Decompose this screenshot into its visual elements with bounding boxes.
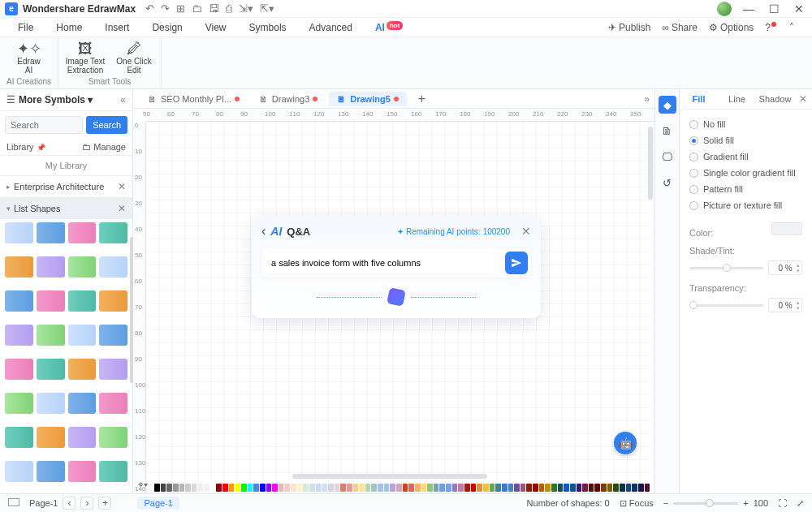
fill-pattern-option[interactable]: Pattern fill [689, 181, 802, 197]
color-swatch[interactable] [545, 484, 551, 492]
save-icon[interactable]: 🖫 [209, 2, 219, 15]
shape-thumbnail[interactable] [5, 427, 33, 448]
publish-button[interactable]: ✈ Publish [608, 22, 650, 33]
color-swatch[interactable] [502, 484, 508, 492]
shape-thumbnail[interactable] [37, 461, 65, 482]
ai-points[interactable]: ✦ Remaining AI points: 100200 [397, 227, 510, 236]
color-swatch[interactable] [477, 484, 482, 492]
color-swatch[interactable] [564, 484, 569, 492]
rail-style-icon[interactable]: ◆ [659, 96, 676, 114]
shape-thumbnail[interactable] [99, 325, 127, 346]
canvas-horizontal-scrollbar[interactable] [292, 474, 487, 479]
color-swatch[interactable] [248, 484, 253, 492]
color-swatch[interactable] [222, 484, 228, 492]
color-swatch[interactable] [446, 484, 451, 492]
shape-thumbnail[interactable] [37, 427, 65, 448]
color-swatch[interactable] [408, 484, 414, 492]
color-swatch[interactable] [471, 484, 477, 492]
color-swatch[interactable] [229, 484, 235, 492]
expand-tabs-icon[interactable]: » [644, 93, 650, 105]
color-swatch[interactable] [464, 484, 470, 492]
fill-solid-option[interactable]: Solid fill [689, 132, 802, 148]
collapse-left-panel-icon[interactable]: « [120, 94, 126, 105]
shape-thumbnail[interactable] [5, 393, 33, 414]
color-swatch[interactable] [558, 484, 564, 492]
color-swatch[interactable] [589, 484, 594, 492]
color-swatch[interactable] [526, 484, 532, 492]
color-swatch[interactable] [607, 484, 613, 492]
color-swatch[interactable] [632, 484, 637, 492]
add-tab-button[interactable]: + [410, 89, 434, 109]
color-swatch[interactable] [272, 484, 278, 492]
color-swatch[interactable] [173, 484, 179, 492]
color-swatch[interactable] [520, 484, 526, 492]
color-swatch[interactable] [403, 484, 408, 492]
color-swatch[interactable] [279, 484, 284, 492]
tab-seo-monthly[interactable]: 🗎SEO Monthly Pl... [140, 92, 248, 106]
help-button[interactable]: ? [765, 22, 778, 33]
send-button[interactable] [505, 252, 528, 274]
shape-thumbnail[interactable] [5, 256, 33, 278]
color-swatch[interactable] [309, 484, 315, 492]
color-swatch[interactable] [235, 484, 240, 492]
shape-thumbnail[interactable] [37, 325, 65, 346]
color-swatch[interactable] [490, 484, 495, 492]
rail-history-icon[interactable]: ↺ [659, 174, 676, 191]
zoom-slider[interactable] [673, 502, 738, 505]
shape-thumbnail[interactable] [99, 256, 127, 278]
fill-single-gradient-option[interactable]: Single color gradient fill [689, 165, 802, 181]
rail-presentation-icon[interactable]: 🖵 [659, 148, 676, 166]
color-swatch[interactable] [613, 484, 619, 492]
edraw-ai-button[interactable]: ✦✧ Edraw AI [9, 41, 50, 75]
color-swatch[interactable] [340, 484, 346, 492]
color-swatch[interactable] [427, 484, 433, 492]
color-swatch[interactable] [303, 484, 309, 492]
color-swatch[interactable] [421, 484, 427, 492]
menu-view[interactable]: View [205, 22, 227, 33]
color-swatch[interactable] [601, 484, 607, 492]
shape-thumbnail[interactable] [5, 359, 33, 380]
page-indicator[interactable]: Page-1 [29, 498, 58, 508]
collapse-ribbon-icon[interactable]: ˄ [789, 22, 794, 33]
ai-prompt-input[interactable] [265, 252, 505, 274]
color-swatch[interactable] [322, 484, 327, 492]
symbol-search-button[interactable]: Search [86, 116, 127, 134]
fullscreen-button[interactable]: ⤢ [797, 498, 804, 509]
zoom-value[interactable]: 100 [754, 498, 768, 508]
shade-slider[interactable] [689, 267, 763, 269]
color-swatch[interactable] [353, 484, 359, 492]
tab-drawing3[interactable]: 🗎Drawing3 [251, 92, 326, 106]
color-swatch[interactable] [458, 484, 464, 492]
shape-thumbnail[interactable] [99, 461, 127, 482]
color-swatch[interactable] [620, 484, 625, 492]
fit-page-button[interactable]: ⛶ [778, 498, 787, 508]
menu-ai[interactable]: AIhot [375, 22, 403, 33]
close-dialog-icon[interactable]: ✕ [521, 225, 531, 238]
close-category-icon[interactable]: ✕ [118, 181, 126, 192]
shape-thumbnail[interactable] [68, 461, 97, 482]
color-swatch[interactable] [638, 484, 644, 492]
library-label[interactable]: Library [6, 142, 45, 152]
color-swatch[interactable] [316, 484, 322, 492]
color-swatch[interactable] [210, 484, 216, 492]
color-swatch[interactable] [645, 484, 650, 492]
color-swatch[interactable] [297, 484, 303, 492]
color-swatch[interactable] [216, 484, 222, 492]
color-swatch[interactable] [241, 484, 247, 492]
color-swatch[interactable] [347, 484, 352, 492]
color-swatch[interactable] [582, 484, 588, 492]
manage-library-button[interactable]: 🗀 Manage [82, 142, 126, 152]
transparency-value[interactable]: 0 %▴▾ [768, 298, 802, 312]
menu-home[interactable]: Home [56, 22, 82, 33]
tab-drawing5[interactable]: 🗎Drawing5 [329, 92, 407, 106]
shape-thumbnail[interactable] [68, 325, 97, 346]
color-swatch[interactable] [365, 484, 371, 492]
transparency-slider[interactable] [689, 304, 763, 307]
color-swatch[interactable] [185, 484, 191, 492]
zoom-out-button[interactable]: − [663, 498, 668, 508]
shape-thumbnail[interactable] [37, 290, 65, 312]
back-icon[interactable]: ‹ [261, 224, 266, 239]
shape-thumbnail[interactable] [37, 359, 65, 380]
color-swatch[interactable] [570, 484, 576, 492]
shape-thumbnail[interactable] [68, 393, 97, 414]
